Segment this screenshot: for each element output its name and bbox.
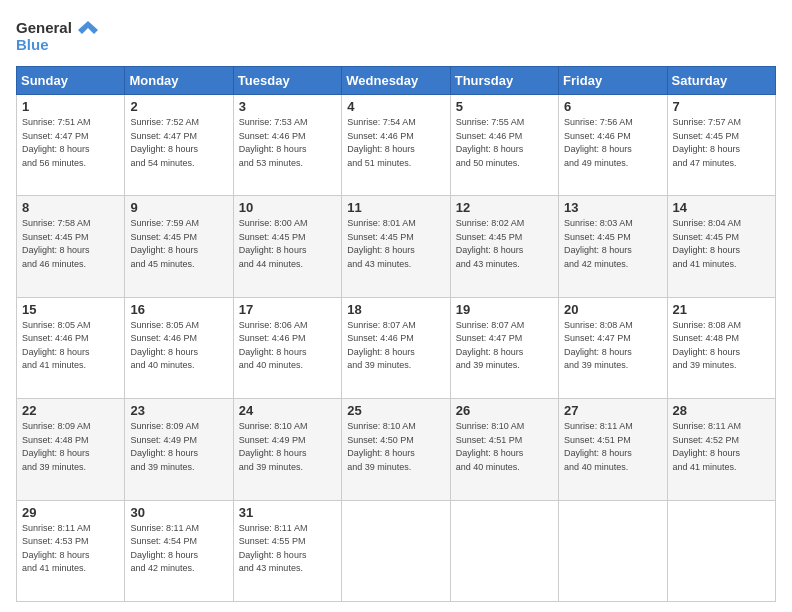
day-cell: 2 Sunrise: 7:52 AMSunset: 4:47 PMDayligh… xyxy=(125,95,233,196)
day-number: 18 xyxy=(347,302,444,317)
day-info: Sunrise: 7:52 AMSunset: 4:47 PMDaylight:… xyxy=(130,117,199,168)
day-info: Sunrise: 7:58 AMSunset: 4:45 PMDaylight:… xyxy=(22,218,91,269)
header-friday: Friday xyxy=(559,67,667,95)
day-number: 26 xyxy=(456,403,553,418)
day-number: 27 xyxy=(564,403,661,418)
calendar-table: Sunday Monday Tuesday Wednesday Thursday… xyxy=(16,66,776,602)
day-cell xyxy=(342,500,450,601)
day-info: Sunrise: 8:01 AMSunset: 4:45 PMDaylight:… xyxy=(347,218,416,269)
logo-svg: General Blue xyxy=(16,16,106,56)
header-sunday: Sunday xyxy=(17,67,125,95)
day-cell: 24 Sunrise: 8:10 AMSunset: 4:49 PMDaylig… xyxy=(233,399,341,500)
day-cell: 8 Sunrise: 7:58 AMSunset: 4:45 PMDayligh… xyxy=(17,196,125,297)
day-cell: 1 Sunrise: 7:51 AMSunset: 4:47 PMDayligh… xyxy=(17,95,125,196)
day-info: Sunrise: 8:02 AMSunset: 4:45 PMDaylight:… xyxy=(456,218,525,269)
day-cell: 9 Sunrise: 7:59 AMSunset: 4:45 PMDayligh… xyxy=(125,196,233,297)
day-cell: 20 Sunrise: 8:08 AMSunset: 4:47 PMDaylig… xyxy=(559,297,667,398)
day-cell xyxy=(667,500,775,601)
day-info: Sunrise: 8:05 AMSunset: 4:46 PMDaylight:… xyxy=(22,320,91,371)
day-cell: 26 Sunrise: 8:10 AMSunset: 4:51 PMDaylig… xyxy=(450,399,558,500)
svg-text:Blue: Blue xyxy=(16,36,49,53)
day-number: 29 xyxy=(22,505,119,520)
day-info: Sunrise: 8:11 AMSunset: 4:53 PMDaylight:… xyxy=(22,523,91,574)
day-info: Sunrise: 8:11 AMSunset: 4:54 PMDaylight:… xyxy=(130,523,199,574)
day-cell: 28 Sunrise: 8:11 AMSunset: 4:52 PMDaylig… xyxy=(667,399,775,500)
header-monday: Monday xyxy=(125,67,233,95)
day-number: 21 xyxy=(673,302,770,317)
day-cell: 15 Sunrise: 8:05 AMSunset: 4:46 PMDaylig… xyxy=(17,297,125,398)
day-number: 11 xyxy=(347,200,444,215)
day-number: 12 xyxy=(456,200,553,215)
day-info: Sunrise: 8:11 AMSunset: 4:52 PMDaylight:… xyxy=(673,421,742,472)
day-number: 7 xyxy=(673,99,770,114)
week-row-4: 22 Sunrise: 8:09 AMSunset: 4:48 PMDaylig… xyxy=(17,399,776,500)
day-cell: 31 Sunrise: 8:11 AMSunset: 4:55 PMDaylig… xyxy=(233,500,341,601)
day-info: Sunrise: 8:09 AMSunset: 4:48 PMDaylight:… xyxy=(22,421,91,472)
day-info: Sunrise: 8:07 AMSunset: 4:47 PMDaylight:… xyxy=(456,320,525,371)
day-number: 22 xyxy=(22,403,119,418)
day-info: Sunrise: 8:04 AMSunset: 4:45 PMDaylight:… xyxy=(673,218,742,269)
day-info: Sunrise: 7:59 AMSunset: 4:45 PMDaylight:… xyxy=(130,218,199,269)
day-info: Sunrise: 8:00 AMSunset: 4:45 PMDaylight:… xyxy=(239,218,308,269)
day-number: 2 xyxy=(130,99,227,114)
day-info: Sunrise: 8:03 AMSunset: 4:45 PMDaylight:… xyxy=(564,218,633,269)
day-info: Sunrise: 7:54 AMSunset: 4:46 PMDaylight:… xyxy=(347,117,416,168)
day-info: Sunrise: 7:51 AMSunset: 4:47 PMDaylight:… xyxy=(22,117,91,168)
day-cell: 13 Sunrise: 8:03 AMSunset: 4:45 PMDaylig… xyxy=(559,196,667,297)
week-row-1: 1 Sunrise: 7:51 AMSunset: 4:47 PMDayligh… xyxy=(17,95,776,196)
day-cell: 23 Sunrise: 8:09 AMSunset: 4:49 PMDaylig… xyxy=(125,399,233,500)
day-number: 20 xyxy=(564,302,661,317)
day-info: Sunrise: 7:57 AMSunset: 4:45 PMDaylight:… xyxy=(673,117,742,168)
day-cell: 18 Sunrise: 8:07 AMSunset: 4:46 PMDaylig… xyxy=(342,297,450,398)
header-thursday: Thursday xyxy=(450,67,558,95)
day-info: Sunrise: 7:56 AMSunset: 4:46 PMDaylight:… xyxy=(564,117,633,168)
day-number: 10 xyxy=(239,200,336,215)
day-info: Sunrise: 8:11 AMSunset: 4:55 PMDaylight:… xyxy=(239,523,308,574)
week-row-2: 8 Sunrise: 7:58 AMSunset: 4:45 PMDayligh… xyxy=(17,196,776,297)
day-cell: 16 Sunrise: 8:05 AMSunset: 4:46 PMDaylig… xyxy=(125,297,233,398)
day-cell: 6 Sunrise: 7:56 AMSunset: 4:46 PMDayligh… xyxy=(559,95,667,196)
day-cell: 21 Sunrise: 8:08 AMSunset: 4:48 PMDaylig… xyxy=(667,297,775,398)
day-number: 25 xyxy=(347,403,444,418)
day-number: 23 xyxy=(130,403,227,418)
day-info: Sunrise: 7:55 AMSunset: 4:46 PMDaylight:… xyxy=(456,117,525,168)
day-info: Sunrise: 8:10 AMSunset: 4:51 PMDaylight:… xyxy=(456,421,525,472)
header-tuesday: Tuesday xyxy=(233,67,341,95)
day-info: Sunrise: 8:10 AMSunset: 4:49 PMDaylight:… xyxy=(239,421,308,472)
header-wednesday: Wednesday xyxy=(342,67,450,95)
day-info: Sunrise: 8:09 AMSunset: 4:49 PMDaylight:… xyxy=(130,421,199,472)
day-cell: 30 Sunrise: 8:11 AMSunset: 4:54 PMDaylig… xyxy=(125,500,233,601)
day-info: Sunrise: 7:53 AMSunset: 4:46 PMDaylight:… xyxy=(239,117,308,168)
day-cell: 4 Sunrise: 7:54 AMSunset: 4:46 PMDayligh… xyxy=(342,95,450,196)
day-cell: 27 Sunrise: 8:11 AMSunset: 4:51 PMDaylig… xyxy=(559,399,667,500)
day-cell: 7 Sunrise: 7:57 AMSunset: 4:45 PMDayligh… xyxy=(667,95,775,196)
header: General Blue xyxy=(16,16,776,56)
day-number: 30 xyxy=(130,505,227,520)
day-cell: 25 Sunrise: 8:10 AMSunset: 4:50 PMDaylig… xyxy=(342,399,450,500)
day-number: 28 xyxy=(673,403,770,418)
day-cell xyxy=(450,500,558,601)
day-number: 6 xyxy=(564,99,661,114)
day-info: Sunrise: 8:08 AMSunset: 4:47 PMDaylight:… xyxy=(564,320,633,371)
day-info: Sunrise: 8:10 AMSunset: 4:50 PMDaylight:… xyxy=(347,421,416,472)
svg-text:General: General xyxy=(16,19,72,36)
day-info: Sunrise: 8:11 AMSunset: 4:51 PMDaylight:… xyxy=(564,421,633,472)
week-row-3: 15 Sunrise: 8:05 AMSunset: 4:46 PMDaylig… xyxy=(17,297,776,398)
day-cell: 3 Sunrise: 7:53 AMSunset: 4:46 PMDayligh… xyxy=(233,95,341,196)
day-cell: 22 Sunrise: 8:09 AMSunset: 4:48 PMDaylig… xyxy=(17,399,125,500)
day-number: 14 xyxy=(673,200,770,215)
day-cell: 12 Sunrise: 8:02 AMSunset: 4:45 PMDaylig… xyxy=(450,196,558,297)
day-cell: 19 Sunrise: 8:07 AMSunset: 4:47 PMDaylig… xyxy=(450,297,558,398)
week-row-5: 29 Sunrise: 8:11 AMSunset: 4:53 PMDaylig… xyxy=(17,500,776,601)
day-number: 8 xyxy=(22,200,119,215)
day-number: 16 xyxy=(130,302,227,317)
day-cell: 5 Sunrise: 7:55 AMSunset: 4:46 PMDayligh… xyxy=(450,95,558,196)
calendar-header-row: Sunday Monday Tuesday Wednesday Thursday… xyxy=(17,67,776,95)
day-number: 5 xyxy=(456,99,553,114)
logo: General Blue xyxy=(16,16,106,56)
day-number: 3 xyxy=(239,99,336,114)
day-cell: 10 Sunrise: 8:00 AMSunset: 4:45 PMDaylig… xyxy=(233,196,341,297)
day-number: 24 xyxy=(239,403,336,418)
day-info: Sunrise: 8:07 AMSunset: 4:46 PMDaylight:… xyxy=(347,320,416,371)
day-number: 1 xyxy=(22,99,119,114)
